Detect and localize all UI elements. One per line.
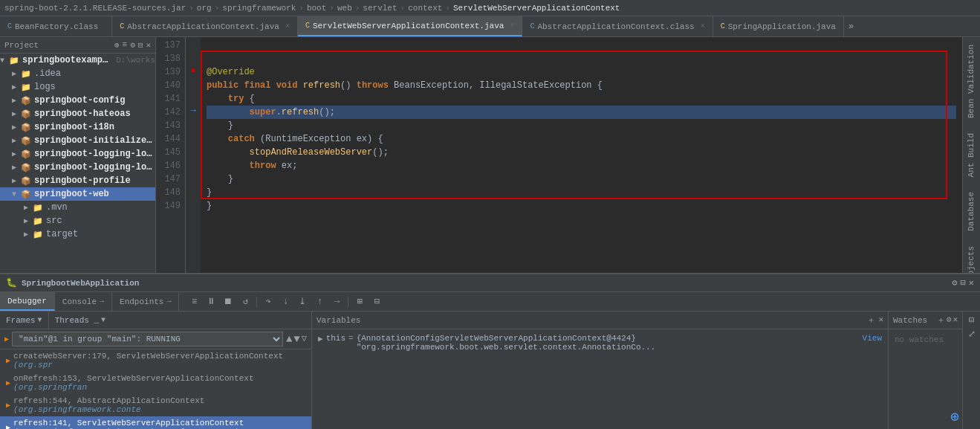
tree-label-i18n: springboot-i18n (34, 122, 114, 132)
frame-item-2[interactable]: ▶ refresh:544, AbstractApplicationContex… (0, 394, 311, 416)
tab-abstractappctx-java[interactable]: C AbstractApplicationContext.java × (112, 16, 298, 36)
debug-app-name: SpringbootWebApplication (22, 279, 139, 288)
debug-panel: 🐛 SpringbootWebApplication ⚙ ⊟ ✕ Debugge… (0, 273, 980, 429)
tree-item-logging-log4j[interactable]: ▶ 📦 springboot-logging-log4j (0, 147, 155, 161)
tree-item-root[interactable]: ▼ 📁 springbootexamples D:\works (0, 54, 155, 67)
watches-add-big-icon[interactable]: ⊕ (950, 407, 959, 426)
debug-btn-resume[interactable]: ≡ (186, 295, 201, 309)
class-file-icon-2: C (530, 22, 534, 30)
tree-item-mvn[interactable]: ▶ 📁 .mvn (0, 201, 155, 214)
endpoints-arrow-icon: → (166, 297, 171, 306)
frames-dropdown-icon[interactable]: ▼ (38, 316, 42, 324)
debug-btn-step-out[interactable]: ↑ (312, 295, 327, 309)
tab-label-beanfactory: BeanFactory.class (15, 22, 98, 31)
debug-btn-stop[interactable]: ⏹ (221, 295, 236, 309)
debug-btn-watch[interactable]: ⊟ (369, 295, 384, 309)
folder-icon-mvn: 📁 (33, 203, 43, 213)
tree-item-target[interactable]: ▶ 📁 target (0, 228, 155, 241)
tree-item-i18n[interactable]: ▶ 📦 springboot-i18n (0, 120, 155, 134)
debug-btn-rerun[interactable]: ↺ (238, 295, 253, 309)
debug-maximize-btn[interactable]: ⤢ (968, 329, 976, 340)
debug-tab-debugger[interactable]: Debugger (0, 292, 55, 311)
tree-item-hateoas[interactable]: ▶ 📦 springboot-hateoas (0, 107, 155, 120)
sidebar-action-icon-3[interactable]: ⚙ (130, 40, 135, 50)
debug-close-icon[interactable]: ✕ (969, 277, 974, 288)
debug-tab-console-label: Console (62, 297, 97, 306)
thread-up-btn[interactable]: ▲ (286, 333, 292, 345)
right-panel-bean-validation[interactable]: Bean Validation (964, 37, 980, 126)
right-panel-database[interactable]: Database (964, 184, 980, 239)
frames-tab[interactable]: Frames ▼ (0, 312, 49, 329)
frame-item-1[interactable]: ▶ onRefresh:153, ServletWebServerApplica… (0, 372, 311, 394)
sidebar-action-icon-2[interactable]: ≡ (123, 40, 128, 50)
thread-filter-btn[interactable]: ▽ (302, 333, 307, 345)
method-super-refresh: refresh (282, 106, 319, 119)
frame-item-0[interactable]: ▶ createWebServer:179, ServletWebServerA… (0, 349, 311, 372)
watches-settings-icon[interactable]: ⚙ (947, 315, 952, 326)
debug-layout-btn[interactable]: ⊟ (969, 315, 974, 326)
tab-close-servletwebserver[interactable]: × (510, 22, 514, 30)
breadcrumb-item-0[interactable]: spring-boot-2.2.1.RELEASE-sources.jar (4, 4, 186, 13)
variables-add-icon[interactable]: ＋ (867, 315, 875, 326)
tree-item-profile[interactable]: ▶ 📦 springboot-profile (0, 174, 155, 187)
tab-close-abstractappctx[interactable]: × (285, 22, 290, 30)
sidebar-action-icon-4[interactable]: ⊟ (138, 40, 143, 50)
module-icon-web: 📦 (21, 190, 31, 199)
variable-expand-icon[interactable]: ▶ (318, 334, 323, 343)
thread-select-dropdown[interactable]: "main"@1 in group "main": RUNNING (12, 332, 283, 346)
breadcrumb-item-7[interactable]: ServletWebServerApplicationContext (453, 4, 620, 13)
tab-springapp[interactable]: C SpringApplication.java (713, 16, 844, 36)
code-line-148: } (207, 186, 956, 199)
breadcrumb-item-6[interactable]: context (408, 4, 442, 13)
threads-dropdown-icon[interactable]: ▼ (101, 316, 106, 324)
method-refresh: refresh (303, 79, 340, 92)
breadcrumb-item-2[interactable]: springframework (222, 4, 296, 13)
java-file-icon-3: C (721, 22, 725, 30)
frame-text-3: refresh:141, ServletWebServerApplication… (13, 419, 305, 429)
debug-btn-run-cursor[interactable]: → (329, 295, 344, 309)
right-panel-ant-build[interactable]: Ant Build (964, 126, 980, 184)
watches-add-icon[interactable]: ＋ (937, 315, 945, 326)
debug-btn-step-over[interactable]: ↷ (261, 295, 276, 309)
breadcrumb-item-5[interactable]: servlet (363, 4, 397, 13)
debug-layout-icon[interactable]: ⊟ (961, 277, 966, 288)
tab-close-abstractappctx-class[interactable]: × (701, 22, 705, 30)
tree-item-logging-logback[interactable]: ▶ 📦 springboot-logging-logbac (0, 161, 155, 174)
sidebar-action-icon-5[interactable]: ✕ (146, 40, 151, 50)
debug-btn-force-step[interactable]: ⤓ (295, 295, 310, 309)
tab-overflow[interactable]: » (844, 16, 858, 36)
tree-item-initializer[interactable]: ▶ 📦 springboot-initializer-quick (0, 134, 155, 147)
tree-item-logs[interactable]: ▶ 📁 logs (0, 80, 155, 94)
tree-item-src[interactable]: ▶ 📁 src (0, 214, 155, 228)
tab-beanfactory[interactable]: C BeanFactory.class (0, 16, 112, 36)
variable-row-this[interactable]: ▶ this = {AnnotationConfigServletWebServ… (312, 332, 888, 353)
tab-abstractappctx-class[interactable]: C AbstractApplicationContext.class × (522, 16, 713, 36)
kw-public: public (207, 79, 238, 92)
sidebar-action-icon-1[interactable]: ⊕ (114, 40, 120, 50)
frame-text-2: refresh:544, AbstractApplicationContext … (13, 396, 305, 414)
sidebar-header: Project ⊕ ≡ ⚙ ⊟ ✕ (0, 37, 155, 54)
thread-down-btn[interactable]: ▼ (293, 333, 299, 345)
debug-btn-pause[interactable]: ⏸ (204, 295, 218, 309)
frame-item-3[interactable]: ▶ refresh:141, ServletWebServerApplicati… (0, 416, 311, 429)
watches-close-icon[interactable]: ✕ (953, 315, 958, 326)
debug-btn-evaluate[interactable]: ⊞ (352, 295, 367, 309)
gutter-line-138 (186, 51, 201, 64)
debug-tab-endpoints[interactable]: Endpoints → (112, 292, 179, 311)
debug-tab-console[interactable]: Console → (55, 292, 112, 311)
variable-view-link[interactable]: View (863, 334, 882, 343)
variable-eq: = (348, 334, 354, 343)
threads-tab[interactable]: Threads _ ▼ (49, 312, 111, 329)
kw-super: super (250, 106, 276, 119)
debug-settings-icon[interactable]: ⚙ (952, 277, 957, 288)
breadcrumb-item-3[interactable]: boot (307, 4, 326, 13)
tree-item-web[interactable]: ▼ 📦 springboot-web (0, 187, 155, 201)
tree-item-idea[interactable]: ▶ 📁 .idea (0, 67, 155, 80)
tab-servletwebserver[interactable]: C ServletWebServerApplicationContext.jav… (298, 16, 522, 36)
module-icon-hateoas: 📦 (21, 109, 31, 119)
variables-close-icon[interactable]: ✕ (878, 315, 883, 326)
breadcrumb-item-4[interactable]: web (337, 4, 352, 13)
debug-btn-step-into[interactable]: ↓ (278, 295, 293, 309)
tree-item-config[interactable]: ▶ 📦 springboot-config (0, 94, 155, 107)
breadcrumb-item-1[interactable]: org (197, 4, 212, 13)
